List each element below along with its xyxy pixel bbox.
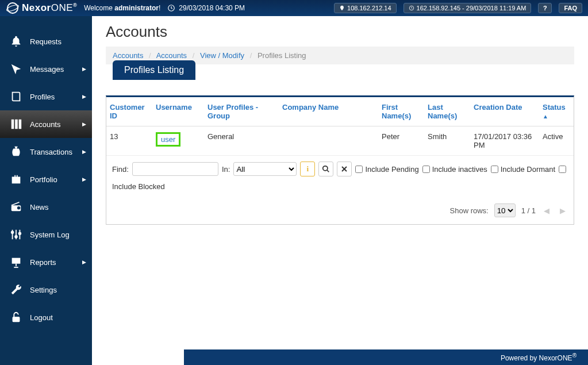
tab-profiles-listing[interactable]: Profiles Listing xyxy=(113,60,195,80)
binders-icon xyxy=(9,117,23,131)
current-ip-pill[interactable]: 108.162.212.14 xyxy=(334,3,396,13)
chevron-right-icon: ▶ xyxy=(82,66,86,72)
include-blocked-checkbox-tail[interactable] xyxy=(559,166,566,173)
footer: Powered by NexorONE® xyxy=(184,349,588,365)
logo: NexorONE® xyxy=(6,1,77,15)
col-company[interactable]: Company Name xyxy=(279,97,378,126)
moneybag-icon xyxy=(9,145,23,159)
show-rows-label: Show rows: xyxy=(450,206,489,215)
listing-panel: Customer ID Username User Profiles - Gro… xyxy=(106,95,574,225)
location-icon xyxy=(339,5,345,11)
suitcase-icon xyxy=(9,172,23,186)
last-login-pill[interactable]: 162.158.92.145 - 29/03/2018 11:19 AM xyxy=(403,3,532,13)
include-inactives-checkbox[interactable] xyxy=(422,166,430,173)
sidebar-item-requests[interactable]: Requests xyxy=(0,28,92,55)
include-dormant-wrap[interactable]: Include Dormant xyxy=(491,165,555,174)
breadcrumb-link[interactable]: View / Modify xyxy=(200,51,244,60)
sidebar-item-label: System Log xyxy=(30,230,70,239)
page-indicator: 1 / 1 xyxy=(521,206,536,215)
book-icon xyxy=(9,90,23,103)
cell-last: Smith xyxy=(424,126,470,156)
username-link[interactable]: user xyxy=(156,132,180,147)
svg-point-20 xyxy=(323,166,328,171)
svg-point-0 xyxy=(7,3,18,13)
search-icon xyxy=(322,165,330,173)
sidebar-item-settings[interactable]: Settings xyxy=(0,276,92,303)
breadcrumb-link[interactable]: Accounts xyxy=(156,51,187,60)
sidebar-item-label: Requests xyxy=(30,37,62,46)
faq-button[interactable]: FAQ xyxy=(559,3,582,13)
include-pending-wrap[interactable]: Include Pending xyxy=(355,165,418,174)
chevron-right-icon: ▶ xyxy=(82,176,86,182)
lock-open-icon xyxy=(9,310,23,324)
main-content: Accounts Accounts / Accounts / View / Mo… xyxy=(92,16,588,232)
help-button[interactable]: ? xyxy=(538,3,552,13)
sidebar-item-profiles[interactable]: Profiles ▶ xyxy=(0,83,92,110)
svg-point-15 xyxy=(19,232,21,235)
sidebar-item-label: Reports xyxy=(30,258,56,267)
cell-company xyxy=(279,126,378,156)
chevron-right-icon: ▶ xyxy=(82,94,86,99)
clear-button[interactable] xyxy=(337,162,352,176)
sidebar-item-label: Settings xyxy=(30,286,57,294)
include-pending-checkbox[interactable] xyxy=(355,166,363,173)
profiles-table: Customer ID Username User Profiles - Gro… xyxy=(106,97,574,156)
svg-rect-19 xyxy=(13,317,20,322)
sidebar-item-transactions[interactable]: Transactions ▶ xyxy=(0,138,92,166)
col-username[interactable]: Username xyxy=(152,97,204,126)
cell-created: 17/01/2017 03:36 PM xyxy=(470,126,539,156)
svg-line-9 xyxy=(11,202,20,206)
server-time: 29/03/2018 04:30 PM xyxy=(167,4,245,12)
col-customer-id[interactable]: Customer ID xyxy=(106,97,152,126)
col-created[interactable]: Creation Date xyxy=(470,97,539,126)
cell-status: Active xyxy=(539,126,574,156)
prev-page-button[interactable]: ◀ xyxy=(541,206,552,215)
sidebar-item-system-log[interactable]: System Log xyxy=(0,221,92,248)
sidebar-item-label: Accounts xyxy=(30,120,60,129)
sidebar-item-label: Logout xyxy=(30,313,53,322)
sidebar-item-messages[interactable]: Messages ▶ xyxy=(0,55,92,83)
svg-rect-4 xyxy=(11,120,14,129)
cell-username: user xyxy=(152,126,204,156)
breadcrumb-link[interactable]: Accounts xyxy=(113,51,143,60)
sidebar-item-logout[interactable]: Logout xyxy=(0,303,92,331)
sliders-icon xyxy=(9,228,23,241)
sidebar-item-label: Profiles xyxy=(30,93,55,101)
include-inactives-wrap[interactable]: Include inactives xyxy=(422,165,487,174)
breadcrumb-current: Profiles Listing xyxy=(258,51,306,60)
pager: Show rows: 10 1 / 1 ◀ ▶ xyxy=(106,197,574,224)
svg-point-13 xyxy=(11,232,14,234)
col-status[interactable]: Status xyxy=(539,97,574,126)
bell-icon xyxy=(9,34,23,48)
in-select[interactable]: All xyxy=(233,162,297,176)
sidebar-item-label: Portfolio xyxy=(30,175,57,184)
col-last[interactable]: Last Name(s) xyxy=(424,97,470,126)
in-label: In: xyxy=(222,165,230,174)
sidebar-item-news[interactable]: News xyxy=(0,193,92,221)
svg-point-8 xyxy=(17,206,21,210)
rows-per-page-select[interactable]: 10 xyxy=(494,203,516,217)
info-button[interactable]: i xyxy=(300,162,315,176)
clock-icon xyxy=(409,5,414,11)
logo-text: NexorONE® xyxy=(22,2,77,14)
col-first[interactable]: First Name(s) xyxy=(378,97,424,126)
search-button[interactable] xyxy=(318,162,333,176)
clock-icon xyxy=(167,4,175,12)
chevron-right-icon: ▶ xyxy=(82,149,86,155)
cursor-icon xyxy=(9,62,23,76)
sidebar-item-accounts[interactable]: Accounts ▶ xyxy=(0,110,92,138)
sidebar-item-label: Transactions xyxy=(30,148,72,156)
table-row[interactable]: 13 user General Peter Smith 17/01/2017 0… xyxy=(106,126,574,156)
sidebar-item-reports[interactable]: Reports ▶ xyxy=(0,248,92,276)
col-group[interactable]: User Profiles - Group xyxy=(204,97,279,126)
welcome-text: Welcome administrator! xyxy=(84,4,160,12)
sidebar-item-portfolio[interactable]: Portfolio ▶ xyxy=(0,166,92,193)
cell-customer-id: 13 xyxy=(106,126,152,156)
close-icon xyxy=(341,166,348,172)
sidebar-item-label: News xyxy=(30,203,49,212)
chevron-right-icon: ▶ xyxy=(82,121,86,127)
find-input[interactable] xyxy=(132,162,218,176)
svg-point-14 xyxy=(15,236,17,238)
include-dormant-checkbox[interactable] xyxy=(491,166,498,173)
next-page-button[interactable]: ▶ xyxy=(558,206,568,215)
